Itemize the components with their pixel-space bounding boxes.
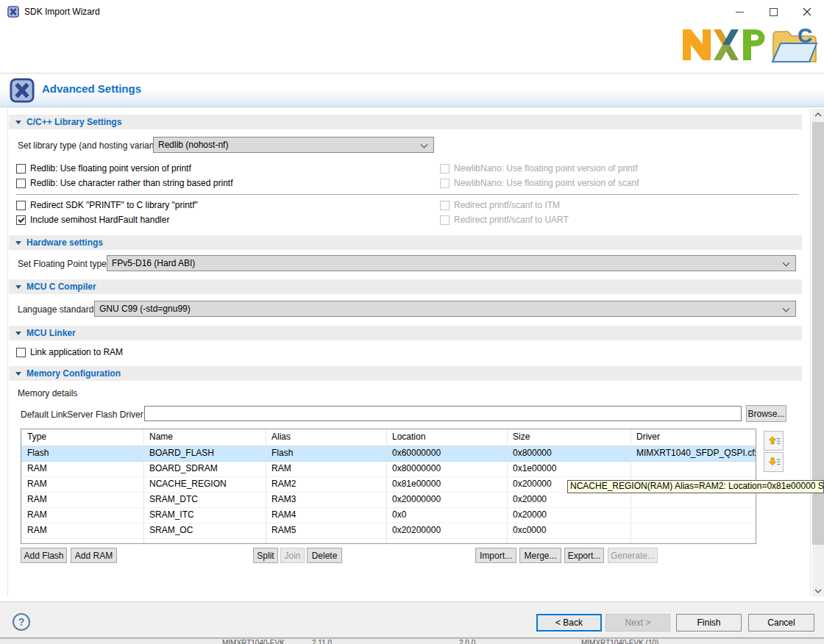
advanced-settings-banner: Advanced Settings: [0, 73, 824, 107]
add-ram-button[interactable]: Add RAM: [71, 548, 117, 563]
checkbox-label: Redirect printf/scanf to UART: [454, 215, 569, 225]
collapse-triangle-icon: [15, 332, 21, 335]
separator: [16, 194, 798, 195]
checkbox-box: [16, 164, 26, 173]
minimize-icon: [736, 8, 744, 16]
col-alias[interactable]: Alias: [266, 429, 386, 446]
table-row-sram-oc[interactable]: RAM SRAM_OC RAM5 0x20200000 0xc0000: [21, 523, 756, 539]
move-row-up-button[interactable]: [764, 431, 784, 451]
library-type-value: Redlib (nohost-nf): [158, 140, 228, 150]
help-button[interactable]: ?: [13, 613, 30, 631]
section-memory-configuration[interactable]: Memory Configuration: [9, 366, 802, 381]
scroll-up-arrow[interactable]: [812, 109, 824, 121]
checkbox-box-checked: [16, 215, 26, 225]
wizard-content: C/C++ Library Settings Set library type …: [0, 108, 824, 601]
checkbox-box: [440, 164, 450, 173]
window-title: SDK Import Wizard: [24, 7, 100, 17]
move-row-down-button[interactable]: [764, 452, 784, 472]
table-row-sram-itc[interactable]: RAM SRAM_ITC RAM4 0x0 0x20000: [21, 508, 756, 523]
page-title: Advanced Settings: [42, 82, 141, 95]
nxp-logo: [681, 28, 765, 62]
language-standard-select[interactable]: GNU C99 (-std=gnu99): [94, 301, 796, 317]
checkbox-link-to-ram[interactable]: Link application to RAM: [16, 346, 123, 358]
collapse-triangle-icon: [15, 121, 21, 124]
checkbox-box: [16, 201, 26, 210]
col-driver[interactable]: Driver: [631, 429, 756, 446]
background-text-fragment: 2.0.0: [459, 639, 475, 644]
table-header-row[interactable]: Type Name Alias Location Size Driver: [21, 429, 756, 446]
section-mcu-c-compiler[interactable]: MCU C Compiler: [9, 279, 802, 294]
arrow-down-icon: [767, 456, 781, 469]
checkbox-label: Include semihost HardFault handler: [30, 215, 169, 225]
fp-type-select[interactable]: FPv5-D16 (Hard ABI): [107, 255, 796, 271]
section-library-settings[interactable]: C/C++ Library Settings: [9, 115, 802, 129]
table-row-sram-dtc[interactable]: RAM SRAM_DTC RAM3 0x20000000 0x20000: [21, 493, 756, 508]
library-type-select[interactable]: Redlib (nohost-nf): [153, 137, 434, 153]
split-button[interactable]: Split: [253, 548, 278, 563]
checkbox-label: Redlib: Use floating point version of pr…: [30, 163, 191, 173]
checkbox-redlib-char-printf[interactable]: Redlib: Use character rather than string…: [16, 177, 232, 189]
wizard-button-bar: ? < Back Next > Finish Cancel: [0, 601, 824, 638]
checkbox-box: [16, 348, 26, 357]
col-location[interactable]: Location: [386, 429, 507, 446]
checkbox-label: NewlibNano: Use floating point version o…: [454, 163, 637, 173]
scroll-down-arrow[interactable]: [812, 585, 824, 597]
col-size[interactable]: Size: [507, 429, 631, 446]
section-title: C/C++ Library Settings: [26, 117, 121, 127]
maximize-icon: [770, 8, 778, 16]
content-left-edge: [7, 109, 8, 596]
title-bar: SDK Import Wizard: [0, 0, 824, 24]
close-button[interactable]: [790, 0, 824, 24]
merge-button[interactable]: Merge...: [519, 548, 561, 563]
back-button[interactable]: < Back: [536, 614, 602, 632]
browse-button[interactable]: Browse...: [746, 405, 786, 422]
c-project-folder-icon: C: [768, 24, 820, 68]
checkbox-box: [440, 179, 450, 188]
fp-type-value: FPv5-D16 (Hard ABI): [112, 258, 195, 268]
minimize-button[interactable]: [722, 0, 756, 24]
language-standard-value: GNU C99 (-std=gnu99): [99, 304, 191, 314]
section-mcu-linker[interactable]: MCU Linker: [9, 326, 802, 340]
memory-details-label: Memory details: [18, 388, 77, 399]
checkbox-label: NewlibNano: Use floating point version o…: [454, 178, 639, 188]
collapse-triangle-icon: [15, 372, 21, 376]
maximize-button[interactable]: [756, 0, 790, 24]
background-text-fragment: 2.11.0: [312, 639, 332, 644]
checkbox-redirect-uart: Redirect printf/scanf to UART: [440, 214, 569, 226]
delete-button[interactable]: Delete: [307, 548, 342, 563]
checkbox-newlibnano-printf: NewlibNano: Use floating point version o…: [440, 162, 637, 174]
checkbox-newlibnano-scanf: NewlibNano: Use floating point version o…: [440, 177, 639, 189]
section-title: MCU C Compiler: [26, 282, 96, 292]
checkbox-redirect-sdk-printf[interactable]: Redirect SDK "PRINTF" to C library "prin…: [16, 199, 198, 211]
table-row-board-sdram[interactable]: RAM BOARD_SDRAM RAM 0x80000000 0x1e00000: [21, 462, 756, 477]
cancel-button[interactable]: Cancel: [748, 614, 814, 632]
section-hardware-settings[interactable]: Hardware settings: [9, 235, 802, 250]
next-button: Next >: [605, 614, 670, 632]
import-button[interactable]: Import...: [475, 548, 516, 563]
section-title: Memory Configuration: [26, 368, 121, 379]
chevron-down-icon: [421, 141, 428, 149]
add-flash-button[interactable]: Add Flash: [21, 548, 67, 563]
collapse-triangle-icon: [15, 241, 21, 245]
checkbox-box: [440, 215, 450, 225]
checkbox-label: Redirect SDK "PRINTF" to C library "prin…: [30, 200, 198, 210]
content-right-edge: [810, 109, 811, 596]
flash-driver-input[interactable]: [144, 406, 742, 421]
export-button[interactable]: Export...: [564, 548, 604, 563]
close-icon: [803, 7, 811, 16]
col-type[interactable]: Type: [21, 429, 143, 446]
finish-button[interactable]: Finish: [676, 614, 742, 632]
checkbox-label: Link application to RAM: [30, 347, 123, 357]
vertical-scrollbar[interactable]: [812, 109, 824, 597]
checkbox-redlib-float-printf[interactable]: Redlib: Use floating point version of pr…: [16, 162, 191, 174]
join-button: Join: [280, 548, 305, 563]
section-title: MCU Linker: [26, 328, 76, 338]
checkbox-semihost-hardfault[interactable]: Include semihost HardFault handler: [16, 214, 169, 226]
col-name[interactable]: Name: [143, 429, 266, 446]
background-text-fragment: MIMXRT1040-EVK (10): [581, 639, 658, 644]
checkbox-label: Redirect printf/scanf to ITM: [454, 200, 560, 210]
background-window-sliver: MIMXRT1040-EVK 2.11.0 2.0.0 MIMXRT1040-E…: [0, 638, 824, 644]
chevron-down-icon: [783, 305, 790, 312]
table-row-board-flash[interactable]: Flash BOARD_FLASH Flash 0x60000000 0x800…: [21, 446, 756, 462]
checkbox-label: Redlib: Use character rather than string…: [30, 178, 232, 188]
